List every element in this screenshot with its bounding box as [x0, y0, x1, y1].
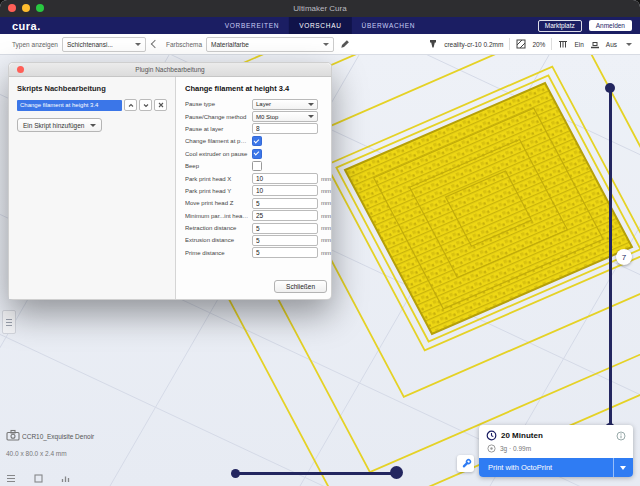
layer-slider-track[interactable] [609, 88, 612, 428]
select-value: M0 Stop [256, 114, 278, 120]
park-print-head-y-input[interactable] [252, 185, 318, 196]
field-label: Retraction distance [185, 225, 252, 231]
beep-checkbox[interactable] [252, 161, 262, 171]
app-window: Ultimaker Cura cura. VORBEREITEN VORSCHA… [0, 0, 640, 486]
move-script-up-button[interactable] [124, 99, 137, 111]
move-print-head-z-input[interactable] [252, 198, 318, 209]
tab-vorbereiten[interactable]: VORBEREITEN [215, 17, 289, 34]
unit-label: mm [321, 200, 331, 206]
field-label: Pause/Change method [185, 114, 252, 120]
print-time-estimate: 20 Minuten [501, 431, 543, 440]
simulation-slider-track[interactable] [237, 472, 397, 475]
print-with-octoprint-button[interactable]: Print with OctoPrint [479, 458, 633, 477]
form-row: Pause type Layer [185, 98, 331, 110]
form-row: Change filament at pause [185, 135, 331, 147]
add-script-button[interactable]: Ein Skript hinzufügen [17, 118, 102, 132]
material-estimate: 3g · 0.99m [500, 445, 531, 452]
preview-toolbar: Typen anzeigen Schichtenansi... Farbsche… [0, 34, 640, 55]
prime-distance-input[interactable] [252, 247, 318, 258]
clock-icon [486, 430, 497, 441]
stage-tabs: VORBEREITEN VORSCHAU ÜBERWACHEN [215, 17, 425, 34]
object-list-icon[interactable] [6, 474, 16, 483]
field-label: Beep [185, 163, 252, 169]
select-value: Layer [256, 101, 271, 107]
zoom-window-button[interactable] [36, 4, 44, 12]
macos-titlebar: Ultimaker Cura [0, 0, 640, 17]
extrusion-distance-input[interactable] [252, 235, 318, 246]
tab-ueberwachen[interactable]: ÜBERWACHEN [352, 17, 426, 34]
window-title: Ultimaker Cura [293, 4, 346, 13]
color-scheme-label: Farbschema [166, 41, 202, 48]
wrench-icon [460, 458, 472, 470]
form-row: Move print head Z mm [185, 197, 331, 209]
retraction-distance-input[interactable] [252, 223, 318, 234]
cool-extruder-on-pause-checkbox[interactable] [252, 149, 262, 159]
info-icon[interactable] [616, 431, 626, 441]
pause-at-layer-input[interactable] [252, 123, 318, 134]
caret-down-icon [135, 43, 141, 46]
snapshot-camera-icon[interactable] [6, 429, 20, 441]
dialog-title: Plugin Nachbearbeitung [135, 66, 204, 73]
close-window-button[interactable] [8, 4, 16, 12]
minimum-print-head-z-input[interactable] [252, 210, 318, 221]
unit-label: mm [321, 225, 331, 231]
field-label: Extrusion distance [185, 237, 252, 243]
cube-icon[interactable] [34, 474, 43, 483]
layer-slider-top-handle[interactable] [605, 83, 615, 93]
unit-label: mm [321, 237, 331, 243]
caret-down-icon [308, 103, 314, 106]
script-row: Change filament at height 3.4 [17, 99, 167, 111]
view-type-dropdown[interactable]: Schichtenansi... [62, 37, 146, 52]
support-value: Ein [574, 41, 583, 48]
form-row: Pause/Change method M0 Stop [185, 110, 331, 122]
connection-settings-button[interactable] [457, 455, 474, 472]
model-dimensions-label: 40.0 x 80.0 x 2.4 mm [6, 450, 67, 457]
color-scheme-dropdown[interactable]: Materialfarbe [206, 37, 334, 52]
field-label: Prime distance [185, 250, 252, 256]
filament-spool-icon [487, 444, 496, 453]
adhesion-value: Aus [606, 41, 617, 48]
change-filament-at-pause-checkbox[interactable] [252, 136, 262, 146]
caret-down-icon [308, 115, 314, 118]
minimize-window-button[interactable] [22, 4, 30, 12]
pause-change-method-select[interactable]: M0 Stop [252, 111, 318, 122]
print-options-chevron[interactable] [613, 458, 633, 477]
chevron-down-icon [620, 466, 626, 470]
form-row: Pause at layer [185, 123, 331, 135]
scripts-heading: Skripts Nachbearbeitung [17, 84, 167, 93]
nozzle-icon [428, 39, 438, 50]
printer-profile-value: creality-cr-10 0.2mm [444, 41, 503, 48]
field-label: Change filament at pause [185, 138, 252, 144]
script-list-item[interactable]: Change filament at height 3.4 [17, 100, 122, 111]
dialog-titlebar[interactable]: Plugin Nachbearbeitung [9, 63, 331, 77]
dialog-close-button[interactable] [17, 66, 24, 73]
remove-script-button[interactable] [154, 99, 167, 111]
park-print-head-x-input[interactable] [252, 173, 318, 184]
divider [551, 38, 552, 50]
unit-label: mm [321, 176, 331, 182]
move-script-down-button[interactable] [139, 99, 152, 111]
simulation-slider-start-dot [231, 469, 240, 478]
simulation-slider-handle[interactable] [390, 466, 403, 479]
field-label: Park print head Y [185, 188, 252, 194]
tab-vorschau[interactable]: VORSCHAU [289, 17, 351, 34]
left-toolbar-handle[interactable] [2, 310, 16, 334]
signin-button[interactable]: Anmelden [589, 20, 632, 31]
pause-type-select[interactable]: Layer [252, 99, 318, 110]
add-script-label: Ein Skript hinzufügen [23, 122, 84, 129]
current-layer-indicator[interactable]: 7 [616, 249, 632, 265]
form-row: Prime distance mm [185, 247, 331, 259]
form-row: Extrusion distance mm [185, 234, 331, 246]
chevron-left-icon[interactable] [151, 40, 159, 48]
dialog-close-action-button[interactable]: Schließen [274, 280, 327, 293]
scripts-list-pane: Skripts Nachbearbeitung Change filament … [9, 77, 176, 299]
caret-down-icon [626, 43, 632, 46]
header-right: Marktplatz Anmelden [538, 20, 632, 32]
stats-icon[interactable] [61, 474, 70, 483]
print-settings-summary[interactable]: creality-cr-10 0.2mm 20% Ein Aus [428, 38, 632, 50]
unit-label: mm [321, 250, 331, 256]
marketplace-button[interactable]: Marktplatz [538, 20, 582, 32]
print-button-label: Print with OctoPrint [488, 463, 552, 472]
edit-pencil-icon[interactable] [340, 39, 350, 49]
model-name-label: CCR10_Exquisite Denoir [22, 433, 94, 440]
